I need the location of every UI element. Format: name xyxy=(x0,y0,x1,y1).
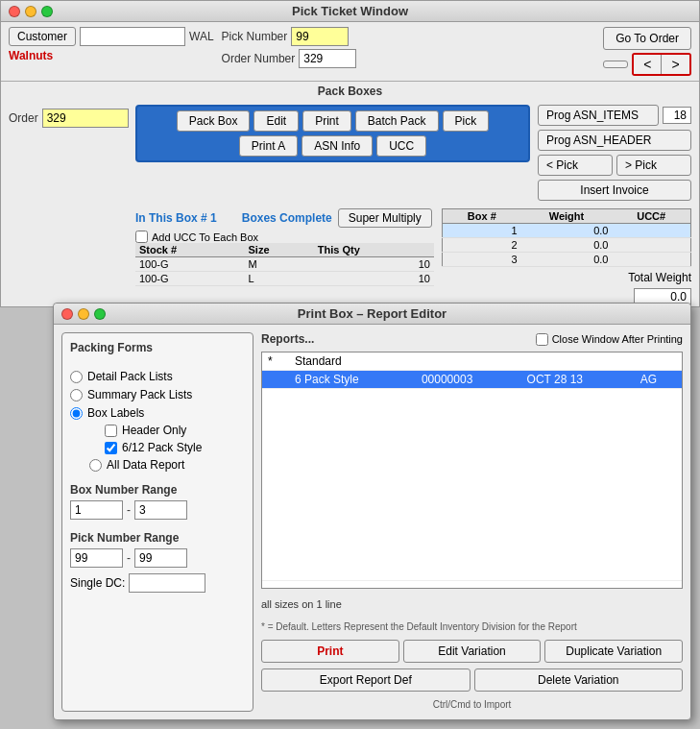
single-dc-row: Single DC: xyxy=(70,573,245,593)
dialog-body: Packing Forms Detail Pack Lists Summary … xyxy=(54,325,690,719)
reports-top-row: Reports... Close Window After Printing xyxy=(261,332,683,346)
header-only-option: Header Only xyxy=(105,424,245,437)
detail-radio[interactable] xyxy=(70,371,83,383)
nav-prev-button[interactable]: < xyxy=(634,55,662,74)
pack-style-checkbox[interactable] xyxy=(105,442,117,454)
stock-col-header: Stock # xyxy=(135,243,244,257)
main-window-title: Pick Ticket Window xyxy=(292,4,408,18)
header-only-checkbox[interactable] xyxy=(105,425,117,437)
prog-asn-items-button[interactable]: Prog ASN_ITEMS xyxy=(538,105,659,126)
prog-asn-items-row: Prog ASN_ITEMS 18 xyxy=(538,105,691,126)
qty-cell: 10 xyxy=(314,257,434,272)
edit-variation-button[interactable]: Edit Variation xyxy=(403,640,542,663)
report-date xyxy=(521,352,635,371)
report-row-empty xyxy=(262,389,682,581)
print-box-dialog: Print Box – Report Editor Packing Forms … xyxy=(53,303,691,720)
customer-button[interactable]: Customer xyxy=(9,27,76,46)
order-left-panel: Order xyxy=(1,105,126,135)
size-col-header: Size xyxy=(244,243,313,257)
prog-asn-header-button[interactable]: Prog ASN_HEADER xyxy=(538,130,691,151)
all-data-radio[interactable] xyxy=(89,459,102,472)
duplicate-variation-button[interactable]: Duplicate Variation xyxy=(544,640,683,663)
action-buttons-row1: Print Edit Variation Duplicate Variation xyxy=(261,640,683,663)
in-box-title: In This Box # 1 xyxy=(135,211,217,225)
box-range-from-input[interactable] xyxy=(70,500,123,520)
customer-input[interactable] xyxy=(80,27,185,46)
all-data-option: All Data Report xyxy=(89,458,245,472)
pick-prev-button[interactable]: < Pick xyxy=(538,155,613,176)
summary-radio[interactable] xyxy=(70,389,83,401)
qty-cell: 10 xyxy=(314,272,434,286)
insert-invoice-button[interactable]: Insert Invoice xyxy=(538,180,691,201)
min-traffic-light[interactable] xyxy=(25,6,36,17)
ucc-cell xyxy=(612,253,690,267)
close-window-checkbox[interactable] xyxy=(536,333,548,346)
add-ucc-checkbox[interactable] xyxy=(135,231,148,243)
box-labels-option: Box Labels xyxy=(70,406,245,420)
edit-button[interactable]: Edit xyxy=(253,110,299,132)
pick-number-input[interactable] xyxy=(291,27,349,46)
placeholder-btn[interactable] xyxy=(603,61,628,68)
asn-info-button[interactable]: ASN Info xyxy=(302,135,373,157)
super-multiply-button[interactable]: Super Multiply xyxy=(338,208,432,228)
total-weight-label: Total Weight xyxy=(628,271,691,284)
batch-pack-button[interactable]: Batch Pack xyxy=(355,110,439,132)
pick-button[interactable]: Pick xyxy=(443,110,490,132)
pack-box-button[interactable]: Pack Box xyxy=(177,110,251,132)
nav-next-button[interactable]: > xyxy=(662,55,688,74)
pick-number-row: Pick Number xyxy=(222,27,596,46)
close-traffic-light[interactable] xyxy=(9,6,20,17)
order-number-row: Order Number xyxy=(222,49,596,68)
dialog-min-light[interactable] xyxy=(78,308,89,320)
report-initials-selected: AG xyxy=(635,371,682,389)
report-row-selected[interactable]: 6 Pack Style 00000003 OCT 28 13 AG xyxy=(262,371,682,389)
customer-section: Customer WAL Walnuts xyxy=(9,27,214,62)
print-button[interactable]: Print xyxy=(302,110,351,132)
footer-note: * = Default. Letters Represent the Defau… xyxy=(261,620,683,634)
box-table: Box # Weight UCC# 1 0.0 2 0.0 xyxy=(442,208,691,267)
export-report-def-button[interactable]: Export Report Def xyxy=(261,668,471,692)
range-dash-1: - xyxy=(127,503,131,517)
wal-text: WAL xyxy=(189,30,214,43)
customer-row: Customer WAL xyxy=(9,27,214,46)
note-text: all sizes on 1 line xyxy=(261,595,683,614)
ucc-button[interactable]: UCC xyxy=(376,135,426,157)
report-code-selected: 00000003 xyxy=(416,371,521,389)
report-row-standard[interactable]: * Standard xyxy=(262,352,682,371)
dialog-close-light[interactable] xyxy=(61,308,73,320)
pack-style-option: 6/12 Pack Style xyxy=(105,441,245,454)
pick-next-button[interactable]: > Pick xyxy=(616,155,691,176)
pack-buttons-row1: Pack Box Edit Print Batch Pack Pick xyxy=(141,110,524,132)
packing-forms-title: Packing Forms xyxy=(70,341,153,354)
max-traffic-light[interactable] xyxy=(41,6,53,17)
size-cell: L xyxy=(244,272,313,286)
dialog-max-light[interactable] xyxy=(94,308,106,320)
dialog-traffic-lights xyxy=(61,308,106,320)
order-number-input[interactable] xyxy=(299,49,356,68)
print-a-button[interactable]: Print A xyxy=(239,135,298,157)
delete-variation-button[interactable]: Delete Variation xyxy=(474,668,684,692)
order-input[interactable] xyxy=(42,109,129,128)
summary-pack-lists-option: Summary Pack Lists xyxy=(70,388,245,401)
weight-cell: 0.0 xyxy=(521,253,613,267)
packing-forms-radio-group: Detail Pack Lists Summary Pack Lists Box… xyxy=(70,370,245,420)
print-button-dialog[interactable]: Print xyxy=(261,640,399,663)
weight-cell: 0.0 xyxy=(521,224,613,238)
stock-cell: 100-G xyxy=(135,257,244,272)
single-dc-label: Single DC: xyxy=(70,576,125,590)
go-to-order-button[interactable]: Go To Order xyxy=(603,27,691,50)
box-range-to-input[interactable] xyxy=(134,500,187,520)
close-window-row: Close Window After Printing xyxy=(536,333,683,346)
pick-range-to-input[interactable] xyxy=(134,548,187,568)
stock-table: Stock # Size This Qty 100-G M 10 100-G L… xyxy=(135,243,434,286)
report-marker-selected xyxy=(262,371,289,389)
header-only-label: Header Only xyxy=(122,424,186,437)
pick-range-from-input[interactable] xyxy=(70,548,123,568)
reports-table-container: * Standard 6 Pack Style 00000003 OCT 28 … xyxy=(261,352,683,589)
box-labels-radio[interactable] xyxy=(70,407,83,420)
pack-style-label: 6/12 Pack Style xyxy=(122,441,202,454)
traffic-lights xyxy=(9,6,53,17)
packing-forms-panel: Packing Forms Detail Pack Lists Summary … xyxy=(61,332,253,712)
box-cell: 3 xyxy=(443,253,521,267)
single-dc-input[interactable] xyxy=(129,573,205,593)
